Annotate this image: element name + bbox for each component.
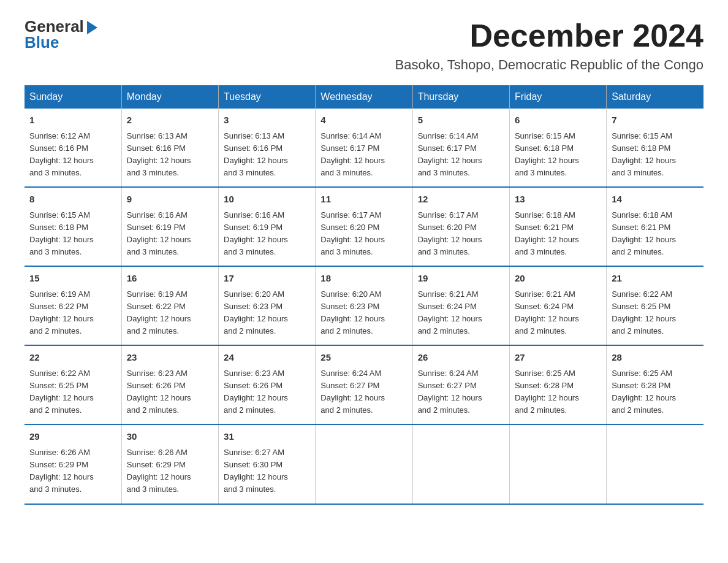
calendar-cell: 26Sunrise: 6:24 AMSunset: 6:27 PMDayligh… xyxy=(412,345,509,424)
calendar-cell: 16Sunrise: 6:19 AMSunset: 6:22 PMDayligh… xyxy=(121,266,218,345)
header-sunday: Sunday xyxy=(25,85,121,109)
header-thursday: Thursday xyxy=(412,85,509,109)
day-number: 3 xyxy=(224,113,310,128)
calendar-cell xyxy=(412,424,509,504)
day-info: Sunrise: 6:27 AMSunset: 6:30 PMDaylight:… xyxy=(224,446,310,496)
day-number: 31 xyxy=(224,430,310,444)
calendar-cell: 24Sunrise: 6:23 AMSunset: 6:26 PMDayligh… xyxy=(219,345,316,424)
title-section: December 2024 Basoko, Tshopo, Democratic… xyxy=(395,18,703,73)
day-info: Sunrise: 6:15 AMSunset: 6:18 PMDaylight:… xyxy=(515,130,601,180)
calendar-header-row: SundayMondayTuesdayWednesdayThursdayFrid… xyxy=(25,85,703,109)
calendar-cell: 21Sunrise: 6:22 AMSunset: 6:25 PMDayligh… xyxy=(607,266,703,345)
day-number: 5 xyxy=(418,113,504,128)
calendar-cell: 1Sunrise: 6:12 AMSunset: 6:16 PMDaylight… xyxy=(25,109,121,187)
header-saturday: Saturday xyxy=(607,85,703,109)
day-info: Sunrise: 6:16 AMSunset: 6:19 PMDaylight:… xyxy=(224,209,310,259)
day-info: Sunrise: 6:14 AMSunset: 6:17 PMDaylight:… xyxy=(418,130,504,180)
day-number: 6 xyxy=(515,113,601,128)
calendar-cell: 30Sunrise: 6:26 AMSunset: 6:29 PMDayligh… xyxy=(121,424,218,504)
calendar-week-row: 22Sunrise: 6:22 AMSunset: 6:25 PMDayligh… xyxy=(25,345,703,424)
subtitle: Basoko, Tshopo, Democratic Republic of t… xyxy=(395,57,703,73)
header-monday: Monday xyxy=(121,85,218,109)
calendar-cell: 2Sunrise: 6:13 AMSunset: 6:16 PMDaylight… xyxy=(121,109,218,187)
day-number: 11 xyxy=(320,193,407,207)
day-number: 26 xyxy=(418,351,504,365)
day-info: Sunrise: 6:13 AMSunset: 6:16 PMDaylight:… xyxy=(224,130,310,180)
calendar-cell: 29Sunrise: 6:26 AMSunset: 6:29 PMDayligh… xyxy=(25,424,121,504)
day-number: 18 xyxy=(320,272,407,286)
day-number: 30 xyxy=(127,430,213,444)
day-number: 13 xyxy=(515,193,601,207)
calendar-cell: 5Sunrise: 6:14 AMSunset: 6:17 PMDaylight… xyxy=(412,109,509,187)
day-info: Sunrise: 6:12 AMSunset: 6:16 PMDaylight:… xyxy=(29,130,116,180)
calendar-cell: 17Sunrise: 6:20 AMSunset: 6:23 PMDayligh… xyxy=(219,266,316,345)
calendar-cell: 14Sunrise: 6:18 AMSunset: 6:21 PMDayligh… xyxy=(607,187,703,266)
day-info: Sunrise: 6:16 AMSunset: 6:19 PMDaylight:… xyxy=(127,209,213,259)
calendar-cell: 13Sunrise: 6:18 AMSunset: 6:21 PMDayligh… xyxy=(509,187,606,266)
calendar-cell: 10Sunrise: 6:16 AMSunset: 6:19 PMDayligh… xyxy=(219,187,316,266)
logo: General Blue xyxy=(25,18,97,50)
day-info: Sunrise: 6:22 AMSunset: 6:25 PMDaylight:… xyxy=(29,367,116,417)
logo-general-text: General xyxy=(25,18,84,34)
day-info: Sunrise: 6:19 AMSunset: 6:22 PMDaylight:… xyxy=(127,288,213,338)
calendar-cell: 8Sunrise: 6:15 AMSunset: 6:18 PMDaylight… xyxy=(25,187,121,266)
calendar-cell xyxy=(509,424,606,504)
calendar-cell: 28Sunrise: 6:25 AMSunset: 6:28 PMDayligh… xyxy=(607,345,703,424)
day-info: Sunrise: 6:15 AMSunset: 6:18 PMDaylight:… xyxy=(612,130,699,180)
header-friday: Friday xyxy=(509,85,606,109)
calendar-cell: 3Sunrise: 6:13 AMSunset: 6:16 PMDaylight… xyxy=(219,109,316,187)
day-info: Sunrise: 6:26 AMSunset: 6:29 PMDaylight:… xyxy=(127,446,213,496)
day-info: Sunrise: 6:24 AMSunset: 6:27 PMDaylight:… xyxy=(418,367,504,417)
calendar-cell: 25Sunrise: 6:24 AMSunset: 6:27 PMDayligh… xyxy=(316,345,412,424)
calendar-week-row: 8Sunrise: 6:15 AMSunset: 6:18 PMDaylight… xyxy=(25,187,703,266)
day-number: 2 xyxy=(127,113,213,128)
header-wednesday: Wednesday xyxy=(316,85,412,109)
day-info: Sunrise: 6:20 AMSunset: 6:23 PMDaylight:… xyxy=(320,288,407,338)
day-number: 7 xyxy=(612,113,699,128)
day-number: 10 xyxy=(224,193,310,207)
day-info: Sunrise: 6:22 AMSunset: 6:25 PMDaylight:… xyxy=(612,288,699,338)
day-info: Sunrise: 6:18 AMSunset: 6:21 PMDaylight:… xyxy=(612,209,699,259)
day-info: Sunrise: 6:24 AMSunset: 6:27 PMDaylight:… xyxy=(320,367,407,417)
day-number: 14 xyxy=(612,193,699,207)
day-number: 21 xyxy=(612,272,699,286)
calendar-cell: 23Sunrise: 6:23 AMSunset: 6:26 PMDayligh… xyxy=(121,345,218,424)
calendar-cell: 19Sunrise: 6:21 AMSunset: 6:24 PMDayligh… xyxy=(412,266,509,345)
day-info: Sunrise: 6:25 AMSunset: 6:28 PMDaylight:… xyxy=(612,367,699,417)
day-info: Sunrise: 6:26 AMSunset: 6:29 PMDaylight:… xyxy=(29,446,116,496)
calendar-cell: 20Sunrise: 6:21 AMSunset: 6:24 PMDayligh… xyxy=(509,266,606,345)
day-info: Sunrise: 6:23 AMSunset: 6:26 PMDaylight:… xyxy=(127,367,213,417)
day-number: 27 xyxy=(515,351,601,365)
day-info: Sunrise: 6:14 AMSunset: 6:17 PMDaylight:… xyxy=(320,130,407,180)
calendar-cell: 12Sunrise: 6:17 AMSunset: 6:20 PMDayligh… xyxy=(412,187,509,266)
day-number: 4 xyxy=(320,113,407,128)
day-info: Sunrise: 6:19 AMSunset: 6:22 PMDaylight:… xyxy=(29,288,116,338)
calendar-cell: 11Sunrise: 6:17 AMSunset: 6:20 PMDayligh… xyxy=(316,187,412,266)
calendar-cell: 22Sunrise: 6:22 AMSunset: 6:25 PMDayligh… xyxy=(25,345,121,424)
header-tuesday: Tuesday xyxy=(219,85,316,109)
day-number: 23 xyxy=(127,351,213,365)
main-title: December 2024 xyxy=(395,18,703,53)
day-number: 24 xyxy=(224,351,310,365)
calendar-cell xyxy=(607,424,703,504)
day-number: 15 xyxy=(29,272,116,286)
day-info: Sunrise: 6:17 AMSunset: 6:20 PMDaylight:… xyxy=(418,209,504,259)
day-number: 19 xyxy=(418,272,504,286)
day-number: 29 xyxy=(29,430,116,444)
day-info: Sunrise: 6:20 AMSunset: 6:23 PMDaylight:… xyxy=(224,288,310,338)
calendar-cell: 6Sunrise: 6:15 AMSunset: 6:18 PMDaylight… xyxy=(509,109,606,187)
page-header: General Blue December 2024 Basoko, Tshop… xyxy=(25,18,703,73)
day-number: 8 xyxy=(29,193,116,207)
calendar-week-row: 29Sunrise: 6:26 AMSunset: 6:29 PMDayligh… xyxy=(25,424,703,504)
calendar-cell xyxy=(316,424,412,504)
calendar-week-row: 15Sunrise: 6:19 AMSunset: 6:22 PMDayligh… xyxy=(25,266,703,345)
day-number: 25 xyxy=(320,351,407,365)
calendar-table: SundayMondayTuesdayWednesdayThursdayFrid… xyxy=(25,85,703,504)
calendar-cell: 9Sunrise: 6:16 AMSunset: 6:19 PMDaylight… xyxy=(121,187,218,266)
day-info: Sunrise: 6:15 AMSunset: 6:18 PMDaylight:… xyxy=(29,209,116,259)
day-info: Sunrise: 6:21 AMSunset: 6:24 PMDaylight:… xyxy=(418,288,504,338)
logo-arrow-icon xyxy=(87,21,97,34)
calendar-week-row: 1Sunrise: 6:12 AMSunset: 6:16 PMDaylight… xyxy=(25,109,703,187)
day-number: 16 xyxy=(127,272,213,286)
calendar-cell: 27Sunrise: 6:25 AMSunset: 6:28 PMDayligh… xyxy=(509,345,606,424)
